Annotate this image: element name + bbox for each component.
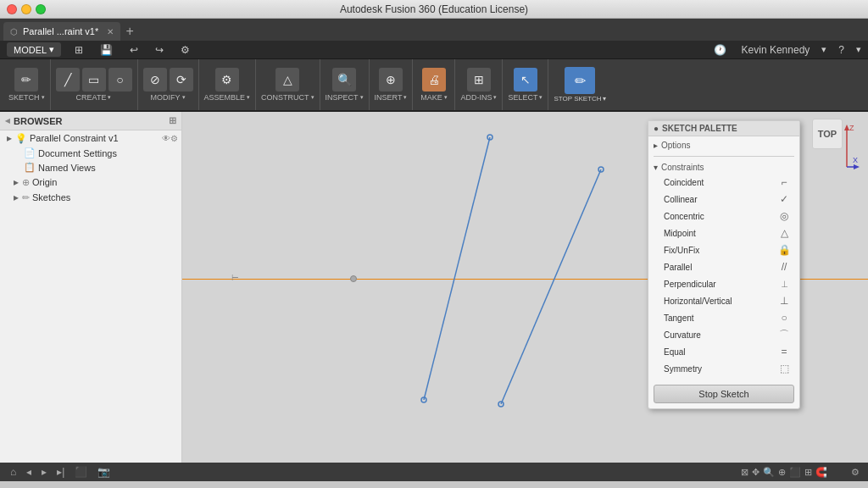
inspect-arrow-icon: ▾: [360, 94, 364, 101]
clock-icon[interactable]: 🕐: [710, 42, 730, 58]
display-mode-icon[interactable]: ⬛: [789, 467, 801, 478]
construct-label[interactable]: CONSTRUCT ▾: [261, 93, 314, 102]
create-label[interactable]: CREATE ▾: [76, 93, 112, 102]
home-icon[interactable]: ⌂: [7, 464, 19, 480]
zoom-select-icon[interactable]: ⊕: [778, 467, 786, 478]
zoom-fit-icon[interactable]: ⊠: [741, 467, 748, 478]
origin-expand-icon: ▸: [14, 176, 19, 188]
zoom-in-icon[interactable]: 🔍: [763, 467, 775, 478]
addins-label[interactable]: ADD-INS ▾: [460, 93, 497, 102]
make-label[interactable]: MAKE ▾: [420, 93, 448, 102]
insert-label[interactable]: INSERT ▾: [375, 93, 408, 102]
sketch-palette-header: ● SKETCH PALETTE: [648, 121, 799, 136]
assemble-icon[interactable]: ⚙: [215, 68, 239, 92]
sketch-label[interactable]: SKETCH ▾: [8, 93, 45, 102]
eye-icon[interactable]: 👁: [162, 134, 170, 143]
gear-icon[interactable]: ⚙: [170, 134, 178, 143]
close-button[interactable]: [7, 4, 17, 14]
constraint-parallel[interactable]: Parallel //: [654, 258, 794, 275]
modify-label[interactable]: MODIFY ▾: [151, 93, 186, 102]
ribbon-group-construct: △ CONSTRUCT ▾: [256, 59, 320, 110]
browser-settings-icon[interactable]: ⊞: [169, 115, 176, 126]
browser-item-project[interactable]: ▸ 💡 Parallel Constraint v1 👁 ⚙: [0, 130, 181, 146]
addins-icon[interactable]: ⊞: [467, 68, 491, 92]
browser-collapse-icon[interactable]: ◂: [5, 115, 10, 126]
doc-settings-icon: 📄: [24, 147, 36, 158]
constraint-tangent[interactable]: Tangent ○: [654, 309, 794, 326]
construct-icon[interactable]: △: [275, 68, 299, 92]
browser-title: BROWSER: [14, 116, 62, 126]
constraint-horizontal-vertical[interactable]: Horizontal/Vertical ⊥: [654, 292, 794, 309]
zoom-pan-icon[interactable]: ✥: [752, 467, 760, 478]
tab-bar: ⬡ Parallel ...raint v1* ✕ +: [0, 19, 868, 41]
options-section-title[interactable]: ▸ Options: [654, 139, 794, 152]
grid-toggle-icon[interactable]: ⊞: [804, 467, 812, 478]
prev-icon[interactable]: ◂: [23, 464, 35, 480]
constraint-equal[interactable]: Equal =: [654, 343, 794, 360]
snap-icon[interactable]: 🧲: [815, 467, 827, 478]
symmetry-icon: ⬚: [777, 362, 791, 375]
maximize-button[interactable]: [36, 4, 46, 14]
browser-item-namedviews-label: Named Views: [38, 163, 96, 173]
ribbon-group-assemble: ⚙ ASSEMBLE ▾: [199, 59, 257, 110]
new-tab-button[interactable]: +: [120, 22, 139, 41]
browser-item-docsettings[interactable]: 📄 Document Settings: [0, 146, 181, 160]
insert-icon[interactable]: ⊕: [379, 68, 403, 92]
user-name[interactable]: Kevin Kennedy: [738, 42, 814, 58]
constraints-section-title[interactable]: ▾ Constraints: [654, 161, 794, 174]
camera-icon[interactable]: 📷: [94, 464, 114, 480]
record-icon[interactable]: ⬛: [71, 464, 91, 480]
help-icon[interactable]: ?: [835, 42, 848, 58]
constraint-concentric[interactable]: Concentric ◎: [654, 208, 794, 225]
constraint-fixunfix[interactable]: Fix/UnFix 🔒: [654, 241, 794, 258]
top-right-icons: 🕐 Kevin Kennedy ▾ ? ▾: [710, 42, 861, 58]
active-tab[interactable]: ⬡ Parallel ...raint v1* ✕: [3, 22, 120, 41]
tab-close-icon[interactable]: ✕: [107, 27, 114, 36]
sketch-icon[interactable]: ✏: [14, 68, 38, 92]
save-icon[interactable]: 💾: [97, 42, 116, 58]
viewport[interactable]: ⊢ TOP: [182, 112, 868, 463]
next-icon[interactable]: ▸: [38, 464, 50, 480]
constraint-curvature[interactable]: Curvature ⌒: [654, 326, 794, 343]
construct-arrow-icon: ▾: [311, 94, 314, 101]
end-icon[interactable]: ▸|: [53, 464, 68, 480]
select-icon[interactable]: ↖: [514, 68, 537, 92]
constraint-collinear[interactable]: Collinear ✓: [654, 191, 794, 208]
constraint-coincident[interactable]: Coincident ⌐: [654, 174, 794, 191]
ribbon-group-create-icons: ╱ ▭ ○: [56, 68, 132, 92]
modify-icon1[interactable]: ⊘: [143, 68, 167, 92]
make-icon[interactable]: 🖨: [422, 68, 446, 92]
horizontal-vertical-icon: ⊥: [777, 294, 791, 308]
model-dropdown[interactable]: MODEL ▾: [7, 42, 61, 57]
settings-icon[interactable]: ⚙: [177, 42, 193, 58]
browser-item-namedviews[interactable]: 📋 Named Views: [0, 160, 181, 175]
inspect-label[interactable]: INSPECT ▾: [326, 93, 364, 102]
modify-icon2[interactable]: ⟳: [170, 68, 193, 92]
redo-icon[interactable]: ↪: [152, 42, 167, 58]
create-line-icon[interactable]: ╱: [56, 68, 80, 92]
grid-icon[interactable]: ⊞: [71, 42, 86, 58]
browser-item-sketches[interactable]: ▸ ✏ Sketches: [0, 190, 181, 205]
constraint-midpoint[interactable]: Midpoint △: [654, 225, 794, 241]
settings-bottom-icon[interactable]: ⚙: [849, 465, 861, 480]
create-rect-icon[interactable]: ▭: [82, 68, 106, 92]
inspect-icon[interactable]: 🔍: [332, 68, 356, 92]
svg-text:Z: Z: [849, 124, 854, 132]
stop-sketch-button[interactable]: Stop Sketch: [654, 385, 794, 403]
select-label[interactable]: SELECT ▾: [508, 93, 542, 102]
expand-icon: ▸: [7, 132, 12, 144]
coincident-icon: ⌐: [777, 175, 791, 189]
constraint-perpendicular[interactable]: Perpendicular ⟂: [654, 275, 794, 292]
constraint-symmetry[interactable]: Symmetry ⬚: [654, 360, 794, 377]
browser-item-origin[interactable]: ▸ ⊕ Origin: [0, 175, 181, 190]
undo-icon[interactable]: ↩: [126, 42, 142, 58]
ribbon-group-insert: ⊕ INSERT ▾: [370, 59, 414, 110]
ribbon-group-addins: ⊞ ADD-INS ▾: [455, 59, 503, 110]
origin-icon: ⊕: [22, 177, 30, 188]
assemble-label[interactable]: ASSEMBLE ▾: [204, 93, 251, 102]
ribbon-group-stopsketch[interactable]: ✏ STOP SKETCH ▾: [548, 59, 610, 110]
minimize-button[interactable]: [21, 4, 31, 14]
concentric-icon: ◎: [777, 209, 791, 223]
create-circle-icon[interactable]: ○: [108, 68, 132, 92]
palette-dot-icon: ●: [654, 124, 659, 133]
